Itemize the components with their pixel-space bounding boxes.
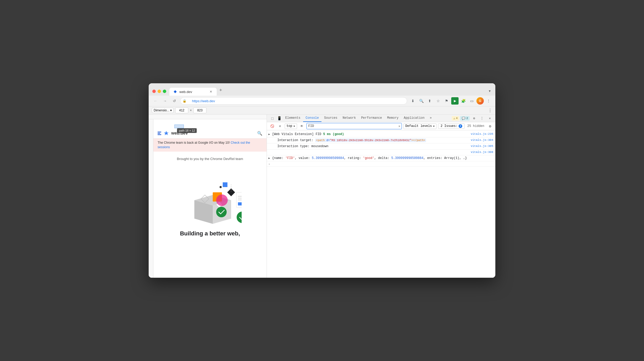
webdev-search-button[interactable]: 🔍 [257,131,262,136]
console-filter-input[interactable]: FID [307,123,402,129]
tab-application[interactable]: Application [401,115,427,122]
height-input[interactable] [193,107,206,113]
download-icon[interactable]: ⬇ [409,97,417,105]
devtools-tab-bar: ⬚ 📱 Elements Console Sources Network Per… [267,115,495,122]
tab-performance[interactable]: Performance [359,115,385,122]
hamburger-icon[interactable] [158,132,161,135]
warn-badge[interactable]: ⚠ 4 [452,116,459,121]
toggle-5[interactable]: ▶ [268,156,270,160]
console-msg-2: Interaction target: <path d="M3 18h18v-2… [277,138,469,143]
tab-network[interactable]: Network [340,115,358,122]
svg-point-16 [237,212,242,223]
back-button[interactable]: ← [152,97,159,105]
tab-close-button[interactable]: ✕ [209,90,213,94]
clear-console-icon[interactable]: 🚫 [269,123,275,129]
info-badge[interactable]: 💬 2 [460,116,470,121]
fullscreen-button[interactable] [163,90,166,93]
frame-selector[interactable]: top ▾ [285,123,297,129]
devtools-panel: ⬚ 📱 Elements Console Sources Network Per… [267,115,495,278]
console-msg-3: Interaction type: mousedown [277,144,469,149]
flag-icon[interactable]: ⚑ [443,97,450,105]
issues-label: 2 Issues: [440,124,458,128]
console-input-row: › [267,161,495,167]
devtools-mode-more[interactable]: ⋮ [488,108,492,113]
warn-count: 4 [456,117,458,120]
minimize-button[interactable] [158,90,161,93]
active-tab[interactable]: web.dev ✕ [169,88,217,96]
webdev-body: Brought to you by the Chrome DevRel team [153,152,267,242]
traffic-lights [152,90,166,96]
main-area: path 18 × 12 web.dev [149,115,495,278]
dimension-separator: × [190,109,192,112]
tab-bar: web.dev ✕ + ▾ [169,86,492,96]
console-toolbar: 🚫 ⊘ top ▾ 👁 FID ✕ Default levels ▾ [267,122,495,130]
sidebar-icon[interactable]: ▭ [468,97,475,105]
source-link-1[interactable]: vitals.js:235 [471,132,493,136]
console-entry-5: ▶ {name: 'FID', value: 5.399999998509884… [267,155,495,161]
devtools-header-icons: ⚠ 4 💬 2 ⚙ ⋮ ✕ [452,115,493,122]
devtools-more-icon[interactable]: ⋮ [479,115,485,122]
width-input[interactable] [175,107,188,113]
log-levels-selector[interactable]: Default levels ▾ [403,123,437,129]
source-link-2[interactable]: vitals.js:304 [471,138,493,142]
device-selector[interactable]: Dimensio... ▾ [152,108,174,113]
banner-text: The Chrome team is back at Google I/O on… [158,141,231,145]
reload-button[interactable]: ↺ [171,97,178,105]
console-msg-5: {name: 'FID', value: 5.399999998509884, … [272,156,493,161]
close-button[interactable] [152,90,156,93]
tab-dropdown-arrow[interactable]: ▾ [489,89,492,96]
tab-more[interactable]: » [427,115,434,122]
webdev-heading: Building a better web, [158,230,262,237]
console-content: ▶ [Web Vitals Extension] FID 5 ms (good)… [267,130,495,278]
address-input[interactable]: 🔒 https://web.dev [180,97,407,105]
viewport-content: path 18 × 12 web.dev [153,119,267,278]
profile-avatar[interactable]: G [476,97,484,105]
webdev-star-icon [163,130,169,136]
tab-memory[interactable]: Memory [385,115,401,122]
share-icon[interactable]: ⬆ [426,97,433,105]
toggle-1[interactable]: ▶ [268,132,270,136]
frame-dropdown-icon: ▾ [293,124,295,128]
devtools-close-icon[interactable]: ✕ [486,115,493,122]
device-label: Dimensio... [154,109,169,112]
bookmark-icon[interactable]: ☆ [434,97,442,105]
console-entry-2: Interaction target: <path d="M3 18h18v-2… [267,137,495,143]
svg-point-9 [216,194,228,206]
devtools-settings-icon[interactable]: ⚙ [471,115,477,122]
tab-elements[interactable]: Elements [283,115,303,122]
url-text: https://web.dev [192,99,215,103]
console-filter-icon[interactable]: ⊘ [277,123,283,129]
device-mode-icon[interactable]: 📱 [276,115,283,122]
source-link-4[interactable]: vitals.js:308 [471,150,493,154]
info-count: 2 [466,117,468,120]
tab-console[interactable]: Console [303,115,321,122]
lock-icon: 🔒 [183,99,186,103]
frame-label: top [287,124,292,128]
tab-sources[interactable]: Sources [321,115,340,122]
console-entry-4: vitals.js:308 [267,149,495,155]
menu-icon[interactable]: ⋮ [485,97,492,105]
source-link-3[interactable]: vitals.js:305 [471,144,493,148]
devtools-mode-bar: Dimensio... ▾ × ⋮ [149,106,495,115]
svg-point-17 [220,186,222,188]
element-tooltip: path 18 × 12 [177,128,197,133]
filter-clear-button[interactable]: ✕ [398,124,400,128]
console-settings-icon[interactable]: ⚙ [487,123,493,129]
puzzle-icon[interactable]: 🧩 [460,97,467,105]
info-icon: 💬 [462,117,465,120]
viewport-content-wrapper: path 18 × 12 web.dev [149,119,267,278]
tab-title: web.dev [179,90,207,94]
toolbar-icons: ⬇ 🔍 ⬆ ☆ ⚑ ▶ 🧩 ▭ G ⋮ [409,97,492,105]
eye-icon[interactable]: 👁 [299,123,305,129]
issues-counter[interactable]: 2 Issues: 2 [438,123,465,129]
zoom-icon[interactable]: 🔍 [418,97,425,105]
levels-dropdown-icon: ▾ [433,124,435,128]
address-bar: ← → ↺ 🔒 https://web.dev ⬇ 🔍 ⬆ ☆ ⚑ ▶ 🧩 ▭ … [149,96,495,106]
promo-banner: The Chrome team is back at Google I/O on… [153,138,267,152]
extension-icon[interactable]: ▶ [451,97,459,105]
device-dropdown-icon: ▾ [170,109,172,112]
new-tab-button[interactable]: + [217,86,225,96]
forward-button[interactable]: → [161,97,169,105]
inspect-element-icon[interactable]: ⬚ [269,115,276,122]
browser-window: web.dev ✕ + ▾ ← → ↺ 🔒 https://web.dev ⬇ … [149,83,495,278]
